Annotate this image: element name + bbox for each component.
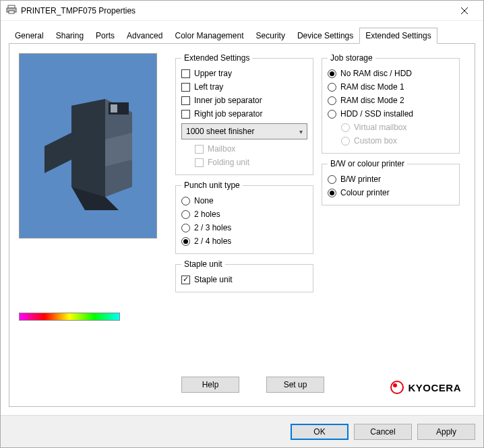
checkbox-icon bbox=[195, 158, 204, 167]
tab-ports[interactable]: Ports bbox=[90, 28, 121, 44]
ram-mode1-label: RAM disc Mode 1 bbox=[340, 82, 404, 92]
tab-device-settings[interactable]: Device Settings bbox=[291, 28, 359, 44]
hdd-installed-label: HDD / SSD installed bbox=[340, 109, 413, 119]
svg-marker-6 bbox=[71, 99, 105, 197]
staple-unit-group: Staple unit Staple unit bbox=[175, 259, 313, 292]
radio-icon bbox=[181, 210, 190, 219]
brand-text: KYOCERA bbox=[408, 382, 461, 393]
checkbox-icon bbox=[181, 110, 190, 119]
printer-preview bbox=[19, 53, 157, 238]
svg-rect-2 bbox=[9, 11, 14, 13]
custom-box-radio: Custom box bbox=[341, 134, 454, 148]
middle-column: Extended Settings Upper tray Left tray I… bbox=[175, 53, 313, 397]
tab-sharing[interactable]: Sharing bbox=[50, 28, 90, 44]
mailbox-checkbox: Mailbox bbox=[195, 142, 307, 156]
radio-icon bbox=[328, 83, 336, 92]
dialog-footer: OK Cancel Apply bbox=[1, 415, 483, 447]
tab-advanced[interactable]: Advanced bbox=[121, 28, 169, 44]
right-job-separator-checkbox[interactable]: Right job separator bbox=[181, 107, 307, 121]
color-spectrum-bar bbox=[19, 313, 120, 321]
printer-illustration-icon bbox=[31, 79, 146, 214]
radio-icon bbox=[341, 137, 350, 146]
punch-none-radio[interactable]: None bbox=[181, 194, 307, 207]
upper-tray-checkbox[interactable]: Upper tray bbox=[181, 67, 307, 80]
hdd-installed-radio[interactable]: HDD / SSD installed bbox=[328, 107, 454, 121]
checkbox-icon bbox=[195, 145, 204, 154]
svg-rect-9 bbox=[111, 104, 117, 113]
tab-color-management[interactable]: Color Management bbox=[169, 28, 249, 44]
checkbox-icon bbox=[181, 69, 190, 78]
left-tray-checkbox[interactable]: Left tray bbox=[181, 80, 307, 94]
radio-icon bbox=[328, 175, 336, 184]
folding-unit-checkbox: Folding unit bbox=[195, 156, 307, 169]
close-icon bbox=[461, 7, 468, 14]
tab-panel: Extended Settings Upper tray Left tray I… bbox=[9, 43, 475, 407]
radio-icon bbox=[328, 69, 336, 78]
svg-point-13 bbox=[391, 381, 403, 393]
window-title: PRINTER_TMPF075 Properties bbox=[21, 6, 451, 15]
close-button[interactable] bbox=[451, 1, 478, 20]
punch-2holes-radio[interactable]: 2 holes bbox=[181, 207, 307, 221]
punch-unit-legend: Punch unit type bbox=[181, 181, 243, 190]
apply-button[interactable]: Apply bbox=[417, 424, 475, 440]
punch-none-label: None bbox=[194, 196, 214, 205]
colour-printer-label: Colour printer bbox=[340, 188, 390, 197]
inner-job-separator-label: Inner job separator bbox=[194, 96, 262, 105]
radio-icon bbox=[328, 96, 336, 105]
radio-icon bbox=[328, 110, 336, 119]
bw-printer-radio[interactable]: B/W printer bbox=[328, 172, 454, 186]
right-column: Job storage No RAM disc / HDD RAM disc M… bbox=[322, 53, 460, 397]
svg-marker-10 bbox=[44, 133, 71, 173]
finisher-select[interactable]: 1000 sheet finisher ▾ bbox=[181, 123, 307, 139]
mailbox-label: Mailbox bbox=[208, 144, 235, 154]
cancel-button[interactable]: Cancel bbox=[354, 424, 412, 440]
checkbox-icon bbox=[181, 83, 190, 92]
action-buttons-row: Help Set up bbox=[181, 377, 324, 393]
properties-window: PRINTER_TMPF075 Properties General Shari… bbox=[0, 0, 484, 448]
bw-colour-legend: B/W or colour printer bbox=[328, 159, 407, 168]
titlebar: PRINTER_TMPF075 Properties bbox=[1, 1, 483, 21]
radio-icon bbox=[181, 224, 190, 232]
tab-security[interactable]: Security bbox=[250, 28, 291, 44]
setup-button[interactable]: Set up bbox=[266, 377, 324, 393]
punch-24holes-label: 2 / 4 holes bbox=[194, 236, 231, 246]
job-storage-legend: Job storage bbox=[328, 53, 375, 63]
radio-icon bbox=[181, 237, 190, 246]
kyocera-logo-icon bbox=[390, 381, 404, 394]
radio-icon bbox=[341, 123, 350, 132]
job-storage-group: Job storage No RAM disc / HDD RAM disc M… bbox=[322, 53, 460, 154]
help-button[interactable]: Help bbox=[181, 377, 239, 393]
no-ram-label: No RAM disc / HDD bbox=[340, 69, 412, 78]
inner-job-separator-checkbox[interactable]: Inner job separator bbox=[181, 94, 307, 107]
punch-23holes-radio[interactable]: 2 / 3 holes bbox=[181, 221, 307, 234]
ok-button[interactable]: OK bbox=[291, 424, 349, 440]
folding-unit-label: Folding unit bbox=[208, 158, 249, 167]
ram-mode2-radio[interactable]: RAM disc Mode 2 bbox=[328, 94, 454, 107]
punch-23holes-label: 2 / 3 holes bbox=[194, 223, 231, 232]
checkbox-icon bbox=[181, 96, 190, 105]
tabs-row: General Sharing Ports Advanced Color Man… bbox=[1, 21, 483, 44]
staple-unit-label: Staple unit bbox=[194, 275, 233, 284]
checkbox-icon bbox=[181, 276, 190, 284]
extended-settings-legend: Extended Settings bbox=[181, 53, 252, 63]
right-job-separator-label: Right job separator bbox=[194, 109, 262, 119]
radio-icon bbox=[181, 197, 190, 205]
upper-tray-label: Upper tray bbox=[194, 69, 232, 78]
staple-unit-checkbox[interactable]: Staple unit bbox=[181, 273, 307, 286]
punch-24holes-radio[interactable]: 2 / 4 holes bbox=[181, 234, 307, 248]
colour-printer-radio[interactable]: Colour printer bbox=[328, 186, 454, 199]
bw-colour-group: B/W or colour printer B/W printer Colour… bbox=[322, 159, 460, 205]
ram-mode2-label: RAM disc Mode 2 bbox=[340, 96, 404, 105]
no-ram-radio[interactable]: No RAM disc / HDD bbox=[328, 67, 454, 80]
tab-extended-settings[interactable]: Extended Settings bbox=[359, 28, 437, 44]
svg-point-14 bbox=[393, 383, 397, 387]
virtual-mailbox-label: Virtual mailbox bbox=[354, 123, 406, 132]
brand-logo: KYOCERA bbox=[390, 381, 461, 394]
radio-icon bbox=[328, 189, 336, 197]
punch-unit-group: Punch unit type None 2 holes 2 / 3 holes bbox=[175, 181, 313, 254]
punch-2holes-label: 2 holes bbox=[194, 210, 220, 219]
staple-unit-legend: Staple unit bbox=[181, 259, 225, 269]
tab-general[interactable]: General bbox=[9, 28, 50, 44]
ram-mode1-radio[interactable]: RAM disc Mode 1 bbox=[328, 80, 454, 94]
custom-box-label: Custom box bbox=[354, 136, 397, 146]
